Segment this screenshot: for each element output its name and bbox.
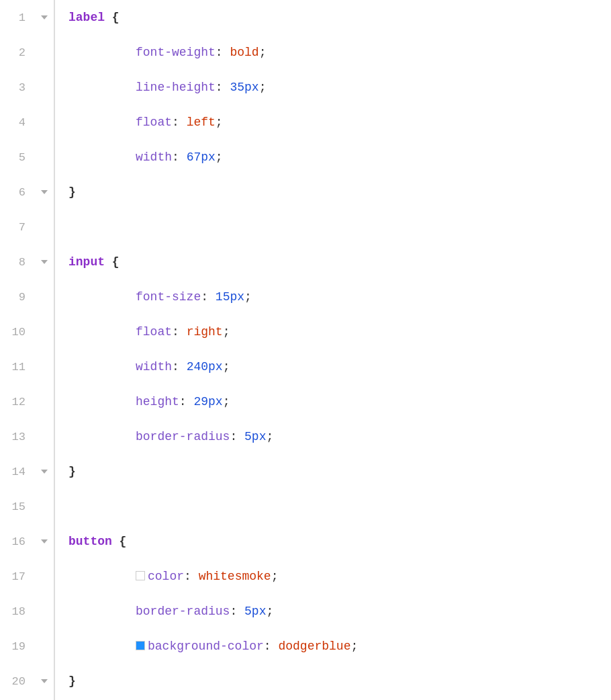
line-number: 11 [0,349,35,384]
code-token-colon: : [230,430,244,443]
code-line: border-radius: 5px; [68,594,611,629]
code-token-property: font-size [136,290,201,304]
code-token-value-blue: 5px [244,430,266,443]
code-token-brace: { [112,535,127,548]
svg-marker-4 [41,539,48,543]
code-token-selector: label [68,11,105,24]
code-token-value-blue: 29px [193,395,222,408]
line-number: 20 [0,664,35,699]
code-token-colon: : [172,325,187,339]
code-line: width: 67px; [68,140,611,175]
code-token-colon: : [216,81,230,94]
code-line: height: 29px; [68,384,611,419]
svg-marker-2 [41,260,48,264]
code-token-colon: : [216,46,230,59]
code-token-colon: : [172,116,187,129]
code-line: border-radius: 5px; [68,419,611,454]
code-token-property: float [136,116,172,129]
code-token-semicolon: ; [266,430,273,443]
code-token-colon: : [184,570,199,583]
code-token-property: float [136,325,172,339]
code-token-brace: { [105,11,120,24]
code-token-value-red: right [187,325,223,339]
line-number: 6 [0,175,35,210]
code-line: font-weight: bold; [68,35,611,70]
fold-close-icon[interactable] [40,187,49,197]
code-token-value-red: left [187,116,216,129]
code-token-value-red: whitesmoke [199,570,271,583]
line-number: 4 [0,105,35,140]
code-editor: 1234567891011121314151617181920 label {f… [0,0,611,700]
fold-close-icon[interactable] [40,467,49,476]
code-token-selector: button [68,535,112,548]
line-number: 14 [0,454,35,489]
code-token-value-blue: 67px [187,150,216,164]
code-token-brace: } [68,465,76,478]
line-number: 13 [0,419,35,454]
code-token-property: width [136,150,172,164]
code-line: font-size: 15px; [68,279,611,314]
fold-close-icon[interactable] [40,676,49,686]
code-token-colon: : [201,290,216,304]
svg-marker-5 [41,679,48,683]
code-token-semicolon: ; [259,81,267,94]
code-line: float: left; [68,105,611,140]
color-swatch-icon[interactable] [136,641,145,650]
code-token-value-red: bold [230,46,258,59]
code-line: } [68,454,611,489]
code-token-value-blue: 15px [216,290,244,304]
code-area: label {font-weight: bold;line-height: 35… [55,0,611,700]
code-token-value-blue: 5px [244,605,266,618]
code-line: input { [68,245,611,279]
code-line: background-color: dodgerblue; [68,629,611,664]
line-number: 1 [0,0,35,35]
color-swatch-icon[interactable] [136,571,145,580]
code-token-colon: : [172,360,187,374]
empty-line [68,210,611,245]
code-token-property: color [148,570,184,583]
code-line: line-height: 35px; [68,70,611,105]
line-number: 8 [0,245,35,279]
code-token-brace: { [105,255,120,269]
code-token-property: width [136,360,172,374]
empty-line [68,489,611,524]
code-token-semicolon: ; [216,150,223,164]
line-number: 2 [0,35,35,70]
code-token-value-blue: 240px [187,360,223,374]
code-token-colon: : [230,605,244,618]
line-number: 10 [0,314,35,349]
code-token-property: background-color [148,640,264,653]
code-token-property: border-radius [136,605,230,618]
code-token-selector: input [68,255,105,269]
code-line: float: right; [68,314,611,349]
code-line: button { [68,524,611,559]
code-token-semicolon: ; [223,360,230,374]
code-token-colon: : [264,640,279,653]
code-token-property: border-radius [136,430,230,443]
code-token-semicolon: ; [244,290,252,304]
code-token-semicolon: ; [271,570,279,583]
line-number: 19 [0,629,35,664]
line-number-column: 1234567891011121314151617181920 [0,0,35,700]
code-line: color: whitesmoke; [68,559,611,594]
svg-marker-1 [41,190,48,194]
line-number: 7 [0,210,35,245]
line-number: 18 [0,594,35,629]
code-token-brace: } [68,674,76,688]
code-token-colon: : [172,150,187,164]
line-number: 12 [0,384,35,419]
code-token-value-red: dodgerblue [278,640,350,653]
fold-open-icon[interactable] [40,13,49,22]
code-token-semicolon: ; [223,325,230,339]
line-number: 15 [0,489,35,524]
line-number: 9 [0,279,35,314]
line-number: 3 [0,70,35,105]
code-token-semicolon: ; [266,605,273,618]
svg-marker-3 [41,470,48,474]
fold-open-icon[interactable] [40,537,49,546]
code-line: } [68,175,611,210]
fold-open-icon[interactable] [40,257,49,267]
code-token-semicolon: ; [223,395,230,408]
code-line: label { [68,0,611,35]
code-token-colon: : [179,395,194,408]
